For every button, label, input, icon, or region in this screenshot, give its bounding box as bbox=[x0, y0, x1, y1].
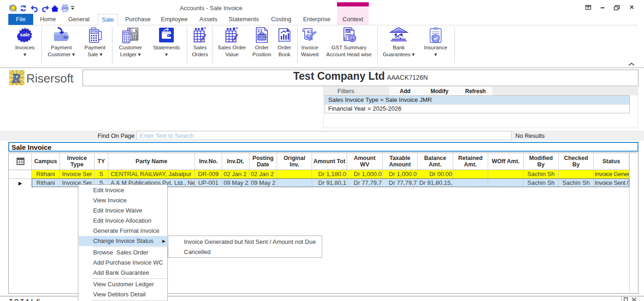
svg-text:GST: GST bbox=[345, 30, 351, 33]
svg-text:sale: sale bbox=[20, 32, 30, 37]
svg-text:$: $ bbox=[351, 36, 353, 41]
svg-text:$: $ bbox=[307, 30, 309, 34]
svg-text:$: $ bbox=[135, 29, 137, 33]
svg-text:R: R bbox=[12, 71, 21, 85]
